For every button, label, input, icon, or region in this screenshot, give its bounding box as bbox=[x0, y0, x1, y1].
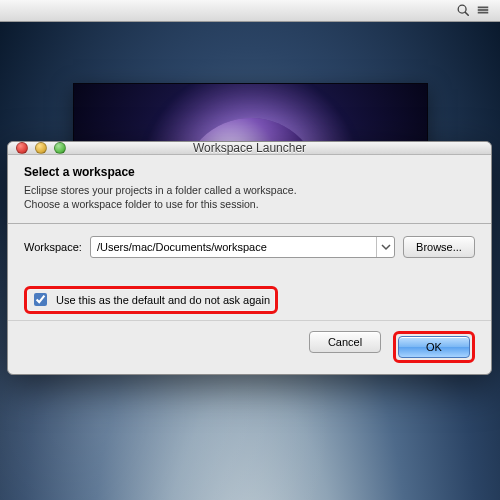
dialog-header: Select a workspace Eclipse stores your p… bbox=[8, 155, 491, 219]
dialog-heading: Select a workspace bbox=[24, 165, 475, 179]
chevron-down-icon bbox=[381, 242, 391, 252]
menubar-right bbox=[456, 3, 490, 19]
window-controls bbox=[16, 142, 66, 154]
dialog-title: Workspace Launcher bbox=[8, 141, 491, 155]
menu-extras-icon[interactable] bbox=[476, 3, 490, 19]
close-icon[interactable] bbox=[16, 142, 28, 154]
svg-rect-2 bbox=[478, 7, 489, 9]
workspace-combo[interactable] bbox=[90, 236, 395, 258]
workspace-label: Workspace: bbox=[24, 241, 82, 253]
workspace-dropdown-button[interactable] bbox=[376, 237, 394, 257]
browse-button[interactable]: Browse... bbox=[403, 236, 475, 258]
dialog-body: Workspace: Browse... Use this as the def… bbox=[8, 224, 491, 320]
workspace-input[interactable] bbox=[91, 241, 376, 253]
default-checkbox-label: Use this as the default and do not ask a… bbox=[56, 294, 270, 306]
default-checkbox-row[interactable]: Use this as the default and do not ask a… bbox=[24, 286, 278, 314]
dialog-description-line2: Choose a workspace folder to use for thi… bbox=[24, 198, 259, 210]
workspace-launcher-dialog: Workspace Launcher Select a workspace Ec… bbox=[7, 141, 492, 375]
dialog-description-line1: Eclipse stores your projects in a folder… bbox=[24, 184, 297, 196]
svg-rect-4 bbox=[478, 12, 489, 14]
macos-menubar bbox=[0, 0, 500, 22]
dialog-titlebar[interactable]: Workspace Launcher bbox=[8, 142, 491, 155]
svg-rect-3 bbox=[478, 9, 489, 11]
workspace-row: Workspace: Browse... bbox=[24, 236, 475, 258]
cancel-button[interactable]: Cancel bbox=[309, 331, 381, 353]
dialog-footer: Cancel OK bbox=[8, 320, 491, 377]
desktop-background: Workspace Launcher Select a workspace Ec… bbox=[0, 0, 500, 500]
zoom-icon[interactable] bbox=[54, 142, 66, 154]
svg-line-1 bbox=[465, 12, 468, 15]
ok-button[interactable]: OK bbox=[398, 336, 470, 358]
minimize-icon[interactable] bbox=[35, 142, 47, 154]
dialog-description: Eclipse stores your projects in a folder… bbox=[24, 183, 475, 211]
spotlight-icon[interactable] bbox=[456, 3, 470, 19]
ok-button-highlight: OK bbox=[393, 331, 475, 363]
default-checkbox[interactable] bbox=[34, 293, 47, 306]
